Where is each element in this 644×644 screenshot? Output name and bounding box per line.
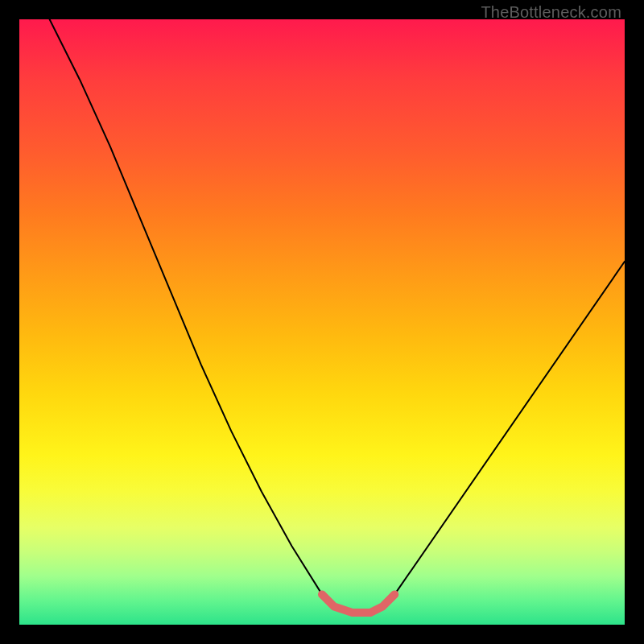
plot-area — [19, 19, 625, 625]
bottleneck-curve — [50, 19, 625, 613]
chart-svg — [19, 19, 625, 625]
watermark-text: TheBottleneck.com — [481, 3, 621, 22]
chart-frame: TheBottleneck.com — [0, 0, 644, 644]
flat-bottom-highlight — [322, 594, 394, 613]
